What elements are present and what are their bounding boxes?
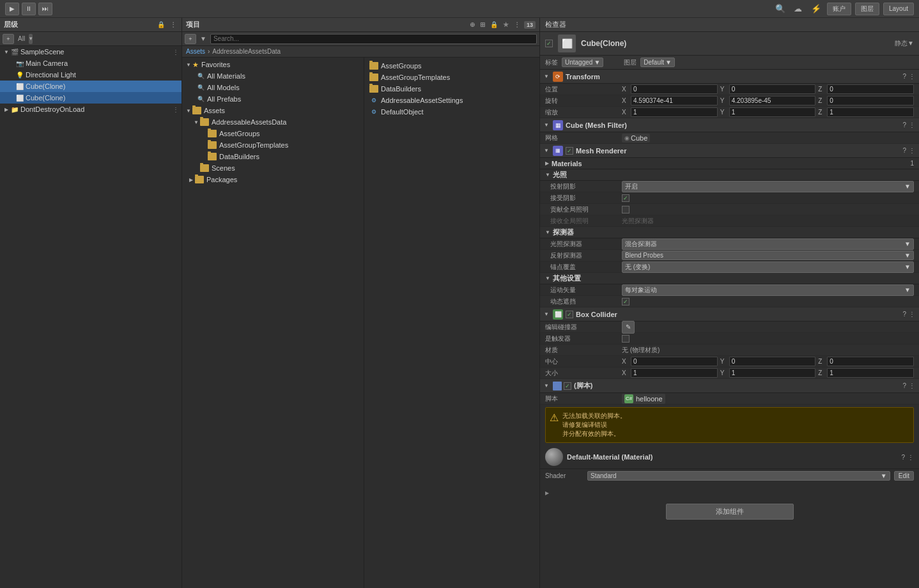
project-icon3[interactable]: 🔒 (489, 21, 499, 29)
mesh-renderer-header[interactable]: ▼ ▦ ✓ Mesh Renderer ? ⋮ (540, 144, 919, 158)
layer-dropdown[interactable]: Default ▼ (640, 58, 675, 67)
shader-edit-btn[interactable]: Edit (894, 471, 914, 481)
object-enabled-checkbox[interactable]: ✓ (545, 40, 553, 47)
object-name[interactable]: Cube(Clone) (581, 39, 890, 48)
tag-dropdown[interactable]: Untagged ▼ (562, 58, 603, 67)
light-probes-dropdown[interactable]: 混合探测器 ▼ (622, 238, 914, 250)
favorites-folder[interactable]: ▼ ★ Favorites (182, 59, 364, 70)
static-label[interactable]: 静态▼ (895, 39, 914, 48)
hierarchy-lock-icon[interactable]: 🔒 (156, 21, 166, 28)
hierarchy-item-dont-destroy[interactable]: ▶ 📁 DontDestroyOnLoad ⋮ (0, 104, 181, 115)
hierarchy-item-cube-clone-1[interactable]: ⬜ Cube(Clone) (0, 81, 181, 92)
transform-menu-btn[interactable]: ⋮ (909, 73, 915, 80)
pos-y-val[interactable]: 0 (729, 84, 816, 94)
trigger-checkbox[interactable] (622, 335, 629, 343)
hierarchy-filter-btn[interactable]: ▼ (29, 34, 33, 44)
pos-z-val[interactable]: 0 (827, 84, 914, 94)
reflection-probes-dropdown[interactable]: Blend Probes ▼ (622, 251, 914, 260)
scale-y-val[interactable]: 1 (729, 107, 816, 117)
script-header[interactable]: ▼ ✓ (脚本) ? ⋮ (540, 379, 919, 393)
account-btn[interactable]: 账户 (827, 3, 851, 15)
assets-folder[interactable]: ▼ Assets (182, 105, 364, 116)
materials-section[interactable]: ▶ Materials 1 (540, 158, 919, 169)
box-collider-help-btn[interactable]: ? (902, 311, 906, 318)
transform-header[interactable]: ▼ ⟳ Transform ? ⋮ (540, 70, 919, 84)
size-x-val[interactable]: 1 (631, 368, 718, 378)
hierarchy-scene-item[interactable]: ▼ 🎬 SampleScene ⋮ (0, 46, 181, 58)
script-help-btn[interactable]: ? (902, 382, 906, 389)
center-z-val[interactable]: 0 (827, 357, 914, 366)
file-addressable-settings[interactable]: ⚙ AddressableAssetSettings (367, 95, 537, 106)
anchor-override-dropdown[interactable]: 无 (变换) ▼ (622, 261, 914, 273)
material-menu-btn[interactable]: ⋮ (907, 454, 914, 461)
pause-button[interactable]: ⏸ (22, 3, 36, 15)
cloud-btn[interactable]: ⚡ (809, 3, 823, 15)
size-z-val[interactable]: 1 (827, 368, 914, 378)
center-x-val[interactable]: 0 (631, 357, 718, 366)
play-button[interactable]: ▶ (5, 3, 19, 15)
project-icon1[interactable]: ⊕ (468, 21, 476, 29)
script-file-ref[interactable]: C# helloone (622, 394, 665, 404)
data-builders-folder[interactable]: DataBuilders (182, 151, 364, 162)
contribute-gi-checkbox[interactable] (622, 206, 629, 213)
file-default-object[interactable]: ⚙ DefaultObject (367, 106, 537, 118)
collab-btn[interactable]: 图层 (855, 3, 879, 15)
rot-y-val[interactable]: 4.203895e-45 (729, 96, 816, 105)
transform-help-btn[interactable]: ? (902, 73, 906, 80)
cast-shadows-dropdown[interactable]: 开启 ▼ (622, 181, 914, 192)
rot-x-val[interactable]: 4.590374e-41 (631, 96, 718, 105)
mesh-filter-help-btn[interactable]: ? (902, 121, 906, 128)
mesh-renderer-menu-btn[interactable]: ⋮ (909, 147, 915, 154)
shader-dropdown[interactable]: Standard ▼ (587, 471, 890, 481)
hierarchy-item-cube-clone-2[interactable]: ⬜ Cube(Clone) (0, 92, 181, 104)
center-y-val[interactable]: 0 (729, 357, 816, 366)
dontdestroy-overflow[interactable]: ⋮ (173, 106, 181, 113)
pos-x-val[interactable]: 0 (631, 84, 718, 94)
project-menu-icon[interactable]: ⋮ (513, 21, 521, 29)
scale-x-val[interactable]: 1 (631, 107, 718, 117)
hierarchy-add-btn[interactable]: + (3, 34, 14, 44)
addressable-folder[interactable]: ▼ AddressableAssetsData (182, 116, 364, 128)
scale-z-val[interactable]: 1 (827, 107, 914, 117)
box-collider-checkbox[interactable]: ✓ (566, 311, 573, 318)
file-dataBuilders[interactable]: DataBuilders (367, 83, 537, 95)
receive-shadows-checkbox[interactable]: ✓ (622, 194, 629, 202)
mesh-renderer-help-btn[interactable]: ? (902, 147, 906, 154)
mesh-filter-menu-btn[interactable]: ⋮ (909, 121, 915, 128)
services-btn[interactable]: ☁ (791, 3, 805, 15)
breadcrumb-assets[interactable]: Assets (186, 48, 205, 55)
all-models-item[interactable]: 🔍 All Models (182, 82, 364, 93)
hierarchy-item-main-camera[interactable]: 📷 Main Camera (0, 58, 181, 69)
motion-vectors-dropdown[interactable]: 每对象运动 ▼ (622, 284, 914, 296)
script-menu-btn[interactable]: ⋮ (909, 382, 915, 389)
packages-folder[interactable]: ▶ Packages (182, 174, 364, 185)
layout-btn[interactable]: Layout (883, 3, 914, 15)
project-icon2[interactable]: ⊞ (479, 21, 486, 29)
project-star-icon[interactable]: ★ (502, 21, 510, 29)
all-prefabs-item[interactable]: 🔍 All Prefabs (182, 93, 364, 105)
mesh-renderer-checkbox[interactable]: ✓ (566, 147, 573, 155)
box-collider-header[interactable]: ▼ ⬜ ✓ Box Collider ? ⋮ (540, 307, 919, 321)
asset-groups-folder[interactable]: AssetGroups (182, 128, 364, 139)
edit-collider-btn[interactable]: ✎ (622, 321, 635, 334)
file-assetgroups[interactable]: AssetGroups (367, 60, 537, 72)
step-button[interactable]: ⏭ (38, 3, 52, 15)
script-checkbox[interactable]: ✓ (564, 382, 571, 390)
mesh-value-ref[interactable]: ◉ Cube (622, 134, 650, 143)
file-agTemplates[interactable]: AssetGroupTemplates (367, 72, 537, 83)
project-add-btn[interactable]: + (185, 34, 196, 44)
scenes-folder[interactable]: Scenes (182, 162, 364, 174)
dynamic-occlusion-checkbox[interactable]: ✓ (622, 298, 629, 306)
other-settings-section[interactable]: ▼ 其他设置 (540, 273, 919, 284)
rot-z-val[interactable]: 0 (827, 96, 914, 105)
asset-group-templates-folder[interactable]: AssetGroupTemplates (182, 139, 364, 151)
lighting-section[interactable]: ▼ 光照 (540, 169, 919, 181)
material-help-btn[interactable]: ? (901, 454, 905, 461)
all-materials-item[interactable]: 🔍 All Materials (182, 70, 364, 82)
probes-section[interactable]: ▼ 探测器 (540, 227, 919, 238)
search-toolbar-btn[interactable]: 🔍 (773, 3, 787, 15)
size-y-val[interactable]: 1 (729, 368, 816, 378)
hierarchy-item-directional-light[interactable]: 💡 Directional Light (0, 69, 181, 81)
box-collider-menu-btn[interactable]: ⋮ (909, 311, 915, 318)
project-search-input[interactable] (210, 34, 537, 44)
